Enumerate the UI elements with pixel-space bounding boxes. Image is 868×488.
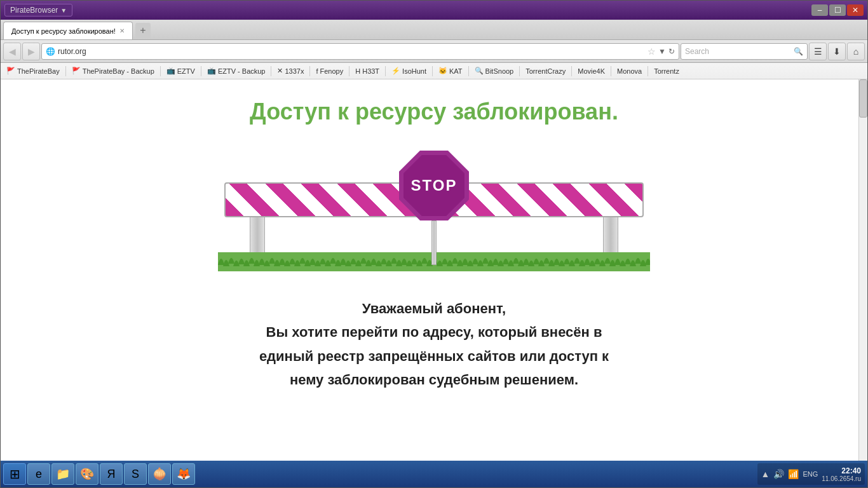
bookmark-star-icon[interactable]: ☆: [648, 46, 656, 57]
bookmark-eztv[interactable]: 📺 EZTV: [163, 65, 198, 76]
page-body: Уважаемый абонент, Вы хотите перейти по …: [259, 297, 609, 392]
taskbar-paint-icon[interactable]: 🎨: [76, 463, 98, 485]
bookmark-separator-3: [201, 66, 201, 76]
menu-button[interactable]: ☰: [809, 43, 827, 60]
new-tab-button[interactable]: +: [135, 23, 151, 38]
bookmark-icon-7: H: [355, 67, 360, 75]
bookmark-eztv-backup[interactable]: 📺 EZTV - Backup: [204, 65, 269, 76]
bookmark-thepiratebay[interactable]: 🚩 ThePirateBay: [3, 65, 63, 76]
taskbar-tor-icon[interactable]: 🧅: [148, 463, 171, 485]
taskbar-yandex-icon[interactable]: Я: [100, 463, 123, 485]
bookmark-movie4k[interactable]: Movie4K: [574, 66, 608, 76]
bookmark-label-4: EZTV - Backup: [218, 67, 266, 75]
scrollbar-thumb[interactable]: [859, 79, 867, 118]
body-line1: Уважаемый абонент,: [362, 301, 506, 316]
taskbar-folder-icon[interactable]: 📁: [51, 463, 74, 485]
bookmark-separator-9: [468, 66, 469, 76]
bookmark-label-12: Movie4K: [578, 67, 605, 75]
bookmark-icon-4: 📺: [207, 67, 216, 75]
stop-sign: STOP: [399, 151, 469, 220]
bookmark-separator-8: [432, 66, 433, 76]
tab-close-icon[interactable]: ✕: [119, 27, 125, 34]
minimize-button[interactable]: –: [811, 4, 828, 16]
tray-lang: ENG: [803, 470, 818, 478]
address-bar[interactable]: 🌐 rutor.org ☆ ▼ ↻: [41, 43, 679, 60]
bookmarks-bar: 🚩 ThePirateBay 🚩 ThePirateBay - Backup 📺…: [1, 63, 867, 79]
tray-arrow-icon[interactable]: ▲: [761, 469, 770, 479]
bookmark-separator-5: [309, 66, 310, 76]
scrollbar-track[interactable]: [858, 79, 867, 461]
close-button[interactable]: ✕: [847, 4, 864, 16]
search-bar[interactable]: Search 🔍: [681, 43, 808, 60]
dropdown-arrow-icon: ▼: [60, 7, 67, 14]
active-tab[interactable]: Доступ к ресурсу заблокирован! ✕: [3, 22, 133, 39]
bookmark-icon-1: 🚩: [6, 67, 15, 75]
address-text: rutor.org: [58, 47, 645, 56]
bookmark-icon-5: ✕: [277, 67, 283, 75]
bookmark-label-11: TorrentCrazy: [526, 67, 566, 75]
ie-icon: e: [36, 468, 42, 481]
bookmark-label-10: BitSnoop: [485, 67, 514, 75]
bookmark-icon-6: f: [316, 67, 318, 75]
bookmark-1337x[interactable]: ✕ 1337x: [274, 65, 307, 76]
yandex-icon: Я: [107, 468, 116, 481]
stop-text: STOP: [411, 177, 458, 194]
bookmark-separator-10: [519, 66, 520, 76]
bookmark-monova[interactable]: Monova: [614, 66, 645, 76]
page-heading: Доступ к ресурсу заблокирован.: [250, 98, 618, 125]
bookmark-label-7: H33T: [362, 67, 379, 75]
window-controls: – ☐ ✕: [811, 4, 864, 16]
bookmark-fenopy[interactable]: f Fenopy: [313, 66, 346, 76]
taskbar: ⊞ e 📁 🎨 Я S 🧅 🦊 ▲ 🔊 📶 ENG 22: [1, 461, 867, 487]
tray-volume-icon[interactable]: 🔊: [773, 469, 784, 479]
page-content: Доступ к ресурсу заблокирован. STOP: [1, 79, 867, 461]
bookmark-kat[interactable]: 🐱 KAT: [435, 65, 466, 76]
search-icon[interactable]: 🔍: [794, 47, 803, 56]
tray-network-icon[interactable]: 📶: [788, 469, 799, 479]
home-button[interactable]: ⌂: [847, 43, 865, 60]
stop-sign-container: STOP: [399, 151, 469, 265]
tab-title: Доступ к ресурсу заблокирован!: [11, 27, 116, 35]
bookmark-separator-6: [349, 66, 349, 76]
globe-icon: 🌐: [46, 47, 55, 56]
stop-illustration: STOP: [218, 144, 650, 271]
dropdown-arrow-small-icon[interactable]: ▼: [658, 47, 666, 56]
tray-date: 11.06.2654.ru: [822, 475, 861, 482]
maximize-button[interactable]: ☐: [829, 4, 846, 16]
app-title[interactable]: PirateBrowser ▼: [4, 4, 72, 17]
skype-icon: S: [132, 468, 139, 481]
bookmark-h33t[interactable]: H H33T: [352, 66, 383, 76]
bookmark-label-3: EZTV: [177, 67, 195, 75]
tray-time: 22:40: [822, 466, 861, 475]
nav-bar: ◀ ▶ 🌐 rutor.org ☆ ▼ ↻ Search 🔍 ☰ ⬇ ⌂: [1, 40, 867, 63]
browser-window: PirateBrowser ▼ – ☐ ✕ Доступ к ресурсу з…: [0, 0, 868, 488]
app-name-label: PirateBrowser: [10, 6, 58, 15]
bookmark-separator-4: [271, 66, 271, 76]
download-button[interactable]: ⬇: [828, 43, 846, 60]
forward-button[interactable]: ▶: [22, 43, 40, 60]
bookmark-thepiratebay-backup[interactable]: 🚩 ThePirateBay - Backup: [69, 65, 158, 76]
bookmark-label-8: IsoHunt: [402, 67, 426, 75]
start-button[interactable]: ⊞: [3, 463, 26, 485]
taskbar-firefox-icon[interactable]: 🦊: [172, 463, 195, 485]
tray-clock[interactable]: 22:40 11.06.2654.ru: [822, 466, 861, 482]
system-tray: ▲ 🔊 📶 ENG 22:40 11.06.2654.ru: [757, 463, 865, 485]
bookmark-bitsnoop[interactable]: 🔍 BitSnoop: [471, 65, 517, 76]
bookmark-torrentcrazy[interactable]: TorrentCrazy: [522, 66, 569, 76]
search-placeholder: Search: [685, 47, 791, 56]
bookmark-label-2: ThePirateBay - Backup: [83, 67, 154, 75]
bookmark-label-6: Fenopy: [320, 67, 344, 75]
back-button[interactable]: ◀: [3, 43, 21, 60]
bookmark-icon-3: 📺: [166, 67, 175, 75]
body-line2: Вы хотите перейти по адресу, который вне…: [266, 324, 602, 340]
taskbar-ie-icon[interactable]: e: [27, 463, 50, 485]
body-line4: нему заблокирован судебным решением.: [290, 372, 578, 388]
bookmark-label-13: Monova: [617, 67, 642, 75]
bookmark-label-9: KAT: [449, 67, 463, 75]
taskbar-skype-icon[interactable]: S: [124, 463, 147, 485]
bookmark-isohunt[interactable]: ⚡ IsoHunt: [388, 65, 430, 76]
bookmark-torrentz[interactable]: Torrentz: [651, 66, 682, 76]
refresh-icon[interactable]: ↻: [668, 47, 675, 56]
title-bar-left: PirateBrowser ▼: [4, 4, 72, 17]
nav-right-buttons: ☰ ⬇ ⌂: [809, 43, 865, 60]
